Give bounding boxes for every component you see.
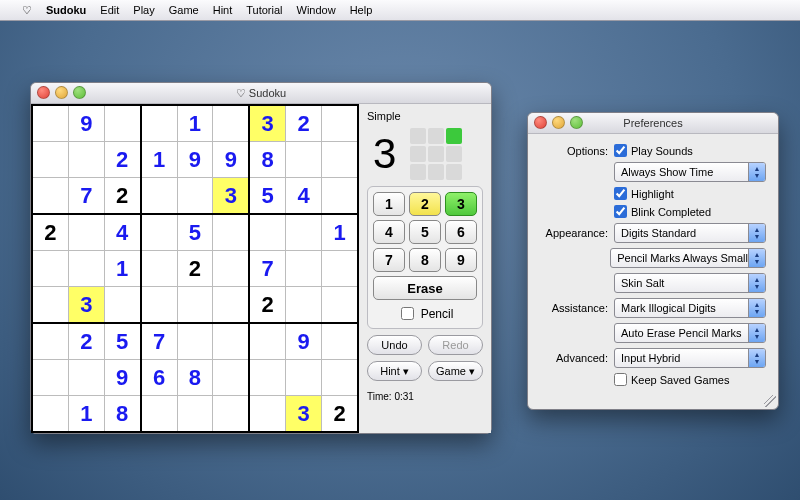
sudoku-cell[interactable]: 4 [104,214,140,251]
sudoku-cell[interactable] [322,251,359,287]
sudoku-cell[interactable]: 8 [249,142,285,178]
numpad-4[interactable]: 4 [373,220,405,244]
sudoku-cell[interactable]: 2 [322,396,359,433]
sudoku-cell[interactable]: 2 [104,178,140,215]
sudoku-cell[interactable] [68,214,104,251]
sudoku-cell[interactable]: 1 [141,142,177,178]
pencil-style-popup[interactable]: Pencil Marks Always Small ▲▼ [610,248,766,268]
assistance-popup-1[interactable]: Mark Illogical Digits ▲▼ [614,298,766,318]
minimize-icon[interactable] [552,116,565,129]
sudoku-cell[interactable] [141,178,177,215]
menu-window[interactable]: Window [297,4,336,16]
menu-edit[interactable]: Edit [100,4,119,16]
skin-popup[interactable]: Skin Salt ▲▼ [614,273,766,293]
sudoku-cell[interactable]: 9 [68,105,104,142]
menu-help[interactable]: Help [350,4,373,16]
sudoku-cell[interactable] [249,360,285,396]
sudoku-cell[interactable] [213,214,249,251]
sudoku-cell[interactable] [141,214,177,251]
menu-hint[interactable]: Hint [213,4,233,16]
numpad-1[interactable]: 1 [373,192,405,216]
sudoku-cell[interactable] [286,360,322,396]
close-icon[interactable] [534,116,547,129]
sudoku-cell[interactable] [32,251,68,287]
numpad-2[interactable]: 2 [409,192,441,216]
sudoku-cell[interactable]: 4 [286,178,322,215]
sudoku-cell[interactable] [32,142,68,178]
sudoku-cell[interactable]: 7 [68,178,104,215]
sudoku-cell[interactable]: 1 [104,251,140,287]
minimize-icon[interactable] [55,86,68,99]
sudoku-cell[interactable] [322,287,359,324]
numpad-5[interactable]: 5 [409,220,441,244]
numpad-8[interactable]: 8 [409,248,441,272]
menubar-app-name[interactable]: Sudoku [46,4,86,16]
sudoku-cell[interactable] [141,287,177,324]
numpad-9[interactable]: 9 [445,248,477,272]
sudoku-cell[interactable] [286,214,322,251]
sudoku-cell[interactable]: 1 [177,105,213,142]
prefs-titlebar[interactable]: Preferences [528,113,778,134]
sudoku-cell[interactable] [322,360,359,396]
sudoku-cell[interactable]: 2 [177,251,213,287]
sudoku-cell[interactable] [141,396,177,433]
sudoku-cell[interactable] [32,178,68,215]
sudoku-cell[interactable] [177,323,213,360]
sudoku-cell[interactable] [213,105,249,142]
sudoku-cell[interactable] [32,360,68,396]
sudoku-cell[interactable] [32,105,68,142]
show-time-popup[interactable]: Always Show Time ▲▼ [614,162,766,182]
sudoku-cell[interactable] [213,323,249,360]
play-sounds-checkbox[interactable]: Play Sounds [614,144,766,157]
sudoku-cell[interactable]: 2 [286,105,322,142]
numpad-7[interactable]: 7 [373,248,405,272]
sudoku-cell[interactable] [104,105,140,142]
sudoku-cell[interactable] [141,105,177,142]
sudoku-cell[interactable] [68,251,104,287]
numpad-3[interactable]: 3 [445,192,477,216]
keep-saved-checkbox[interactable]: Keep Saved Games [614,373,766,386]
sudoku-cell[interactable]: 3 [68,287,104,324]
sudoku-cell[interactable]: 3 [286,396,322,433]
input-mode-popup[interactable]: Input Hybrid ▲▼ [614,348,766,368]
sudoku-cell[interactable]: 5 [249,178,285,215]
menu-game[interactable]: Game [169,4,199,16]
hint-menu-button[interactable]: Hint ▾ [367,361,422,381]
sudoku-cell[interactable] [104,287,140,324]
sudoku-cell[interactable] [322,105,359,142]
sudoku-cell[interactable]: 3 [213,178,249,215]
sudoku-cell[interactable] [213,396,249,433]
pencil-toggle[interactable]: Pencil [373,304,477,323]
sudoku-cell[interactable]: 5 [177,214,213,251]
sudoku-cell[interactable]: 1 [322,214,359,251]
sudoku-cell[interactable] [286,142,322,178]
highlight-checkbox[interactable]: Highlight [614,187,766,200]
assistance-popup-2[interactable]: Auto Erase Pencil Marks ▲▼ [614,323,766,343]
sudoku-cell[interactable]: 7 [141,323,177,360]
sudoku-cell[interactable]: 7 [249,251,285,287]
sudoku-cell[interactable]: 1 [68,396,104,433]
sudoku-cell[interactable] [249,214,285,251]
erase-button[interactable]: Erase [373,276,477,300]
sudoku-cell[interactable] [213,360,249,396]
sudoku-cell[interactable] [322,142,359,178]
sudoku-cell[interactable] [68,360,104,396]
sudoku-cell[interactable] [177,178,213,215]
blink-completed-checkbox[interactable]: Blink Completed [614,205,766,218]
sudoku-cell[interactable] [32,323,68,360]
sudoku-cell[interactable] [249,396,285,433]
undo-button[interactable]: Undo [367,335,422,355]
sudoku-cell[interactable] [322,323,359,360]
sudoku-cell[interactable]: 8 [177,360,213,396]
zoom-icon[interactable] [570,116,583,129]
sudoku-cell[interactable] [322,178,359,215]
sudoku-cell[interactable]: 9 [177,142,213,178]
close-icon[interactable] [37,86,50,99]
sudoku-cell[interactable] [177,287,213,324]
sudoku-cell[interactable] [213,287,249,324]
sudoku-cell[interactable] [249,323,285,360]
sudoku-cell[interactable]: 8 [104,396,140,433]
sudoku-cell[interactable] [141,251,177,287]
zoom-icon[interactable] [73,86,86,99]
sudoku-cell[interactable] [213,251,249,287]
